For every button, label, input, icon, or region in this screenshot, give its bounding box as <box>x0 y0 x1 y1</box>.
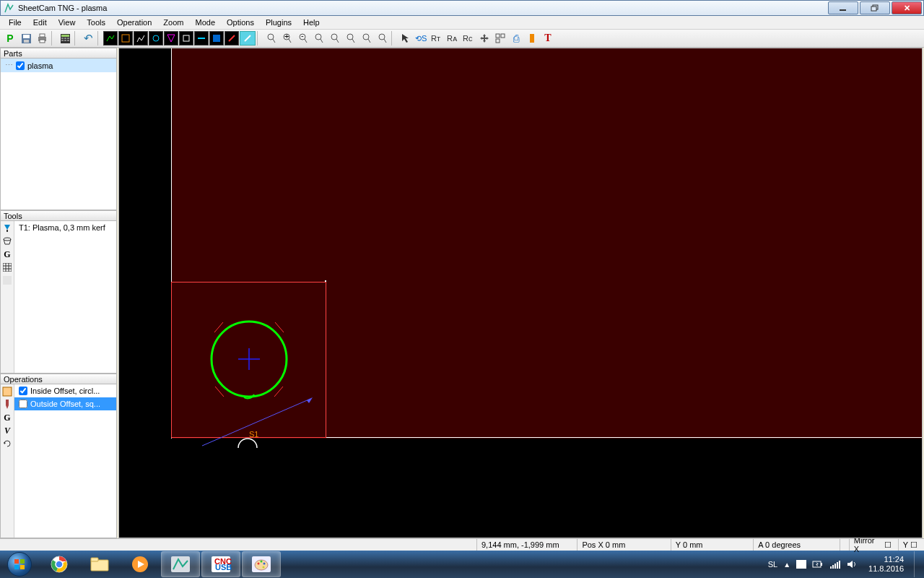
parts-panel: ⋯ plasma <box>0 59 117 210</box>
svg-rect-20 <box>198 38 205 39</box>
svg-rect-75 <box>91 558 98 561</box>
svg-rect-95 <box>837 562 838 569</box>
operations-panel-title: Operations <box>0 374 117 384</box>
show-desktop-button[interactable] <box>914 551 920 577</box>
save-button[interactable] <box>18 31 34 46</box>
task-paint[interactable] <box>242 551 281 577</box>
svg-rect-13 <box>67 38 69 39</box>
edit-rt-button[interactable]: Rт <box>429 31 445 46</box>
op-drill-icon[interactable] <box>1 399 13 410</box>
tool-plasma-icon[interactable] <box>1 223 13 234</box>
svg-line-35 <box>352 39 354 43</box>
parts-item-plasma[interactable]: ⋯ plasma <box>1 59 116 72</box>
tool-gcode-icon[interactable]: G <box>1 249 13 260</box>
op-rotate-icon[interactable] <box>1 438 13 449</box>
zoom-6-button[interactable] <box>342 31 358 46</box>
zoom-8-button[interactable] <box>374 31 390 46</box>
post-button[interactable]: P <box>2 31 18 46</box>
op-item-checkbox[interactable] <box>19 387 27 395</box>
view-mode-4-button[interactable] <box>149 31 163 46</box>
tool-grid-icon[interactable] <box>1 275 13 286</box>
menu-file[interactable]: File <box>3 17 27 28</box>
task-explorer[interactable] <box>80 551 119 577</box>
zoom-2-button[interactable]: + <box>279 31 295 46</box>
zoom-5-button[interactable] <box>326 31 342 46</box>
op-item-outside[interactable]: Outside Offset, sq... <box>14 397 116 410</box>
nest-button[interactable] <box>492 31 508 46</box>
minimize-button[interactable] <box>828 1 858 14</box>
tray-show-hidden-icon[interactable]: ▲ <box>783 561 790 569</box>
restore-button[interactable] <box>860 1 890 14</box>
op-variable-icon[interactable]: V <box>1 425 13 436</box>
measure-button[interactable]: ⎙ <box>508 31 524 46</box>
view-mode-6-button[interactable] <box>179 31 193 46</box>
start-button[interactable] <box>0 551 39 578</box>
view-mode-2-button[interactable] <box>118 31 133 46</box>
text-tool-button[interactable]: T <box>540 31 556 46</box>
tray-network-icon[interactable] <box>829 559 841 569</box>
menu-operation[interactable]: Operation <box>111 17 157 28</box>
edit-start-button[interactable]: ⟲S <box>413 31 429 46</box>
status-posx: Pos X 0 mm <box>577 539 670 551</box>
menu-plugins[interactable]: Plugins <box>260 17 297 28</box>
menu-options[interactable]: Options <box>221 17 260 28</box>
view-mode-10-button[interactable] <box>240 31 256 46</box>
tool-button[interactable] <box>524 31 540 46</box>
svg-rect-93 <box>832 565 834 569</box>
tool-item[interactable]: T1: Plasma, 0,3 mm kerf <box>14 221 116 234</box>
task-sheetcam[interactable] <box>161 551 200 577</box>
status-mirrorx[interactable]: Mirror X☐ <box>849 539 898 551</box>
menu-mode[interactable]: Mode <box>189 17 221 28</box>
view-mode-3-button[interactable] <box>134 31 148 46</box>
tool-table-icon[interactable] <box>1 262 13 273</box>
view-mode-1-button[interactable] <box>103 31 118 46</box>
task-mediaplayer[interactable] <box>121 551 160 577</box>
zoom-1-button[interactable] <box>263 31 279 46</box>
menu-view[interactable]: View <box>53 17 82 28</box>
move-button[interactable] <box>476 31 492 46</box>
op-item-checkbox[interactable] <box>19 400 27 408</box>
view-mode-5-button[interactable] <box>164 31 178 46</box>
tool-drill-icon[interactable] <box>1 236 13 247</box>
select-pointer-button[interactable] <box>397 31 413 46</box>
menu-help[interactable]: Help <box>297 17 326 28</box>
view-mode-7-button[interactable] <box>194 31 209 46</box>
edit-ra-button[interactable]: Rᴀ <box>445 31 461 46</box>
svg-rect-46 <box>496 39 500 43</box>
svg-rect-50 <box>3 263 12 272</box>
op-contour-icon[interactable] <box>1 386 13 397</box>
edit-rc-button[interactable]: Rc <box>461 31 476 46</box>
calculator-button[interactable] <box>57 31 73 46</box>
tray-flag-icon[interactable] <box>796 560 806 569</box>
op-gcode-icon[interactable]: G <box>1 412 13 423</box>
parts-item-checkbox[interactable] <box>16 61 25 70</box>
window-title: SheetCam TNG - plasma <box>18 4 828 12</box>
svg-rect-48 <box>6 230 8 232</box>
toolbar-separator <box>97 31 102 46</box>
task-cncusb[interactable]: CNCUSB <box>201 551 240 577</box>
view-mode-8-button[interactable] <box>209 31 224 46</box>
tray-clock[interactable]: 11:24 11.8.2016 <box>864 555 908 574</box>
tray-volume-icon[interactable] <box>847 559 858 569</box>
view-mode-9-button[interactable] <box>225 31 239 46</box>
status-mirrory[interactable]: Y☐ <box>898 539 924 551</box>
op-item-inside[interactable]: Inside Offset, circl... <box>14 384 116 397</box>
zoom-4-button[interactable] <box>310 31 326 46</box>
svg-rect-16 <box>67 40 69 41</box>
tray-power-icon[interactable] <box>812 560 824 569</box>
svg-text:+: + <box>284 33 289 40</box>
print-button[interactable] <box>34 31 50 46</box>
menu-edit[interactable]: Edit <box>27 17 53 28</box>
tools-panel-title: Tools <box>0 210 117 221</box>
task-chrome[interactable] <box>40 551 79 577</box>
zoom-7-button[interactable] <box>358 31 374 46</box>
zoom-3-button[interactable]: - <box>295 31 310 46</box>
tray-lang[interactable]: SL <box>768 560 777 569</box>
drawing-canvas[interactable]: S1 <box>118 48 923 538</box>
menu-zoom[interactable]: Zoom <box>157 17 189 28</box>
svg-point-32 <box>331 34 337 40</box>
undo-button[interactable]: ↶ <box>80 31 96 46</box>
menu-tools[interactable]: Tools <box>81 17 111 28</box>
svg-line-61 <box>275 322 284 332</box>
close-button[interactable]: ✕ <box>892 1 922 14</box>
